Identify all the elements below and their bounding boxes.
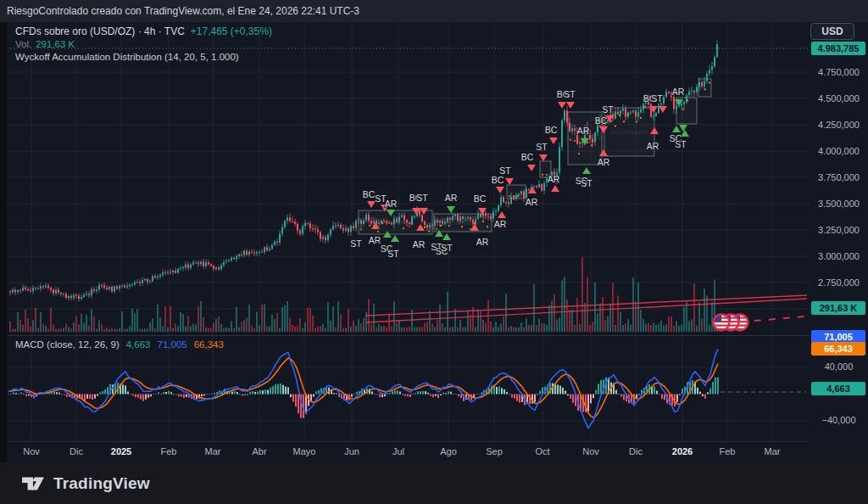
attribution-text: RiesgoControlado creado con TradingView.… <box>7 5 359 17</box>
price-pane-canvas[interactable]: AccumulationAccumulationAccumulationAccu… <box>7 22 810 335</box>
price-change: +17,465 (+0,35%) <box>191 25 272 37</box>
chart-legend: CFDs sobre oro (USD/OZ) · 4h · TVC +17,4… <box>15 25 272 64</box>
time-axis-label: 2025 <box>111 446 131 456</box>
price-axis-label: 3.750,000 <box>810 171 868 183</box>
time-axis-label: Abr <box>252 446 266 456</box>
economic-event-flag-icons <box>714 315 748 331</box>
svg-text:AR: AR <box>413 239 426 249</box>
time-axis-label: Jun <box>344 446 359 456</box>
last-price-badge: 4.983,785 <box>811 42 865 55</box>
chart-widget: AccumulationAccumulationAccumulationAccu… <box>7 22 868 462</box>
volume-label: Vol. <box>15 39 31 49</box>
price-axis-label: 4.000,000 <box>810 145 868 157</box>
time-axis-label: Mar <box>205 446 221 456</box>
time-axis-label: Ago <box>440 446 457 456</box>
time-axis-label: Feb <box>720 446 736 456</box>
svg-text:AR: AR <box>672 87 685 97</box>
indicator-title[interactable]: Wyckoff Accumulation Distribution (14, 2… <box>15 52 239 62</box>
svg-text:ST: ST <box>387 249 399 259</box>
svg-text:AR: AR <box>577 126 590 136</box>
macd-pane <box>7 335 810 441</box>
tradingview-screenshot: RiesgoControlado creado con TradingView.… <box>0 0 868 504</box>
volume-bars <box>9 257 718 332</box>
price-axis-label: 3.000,000 <box>810 250 868 262</box>
svg-text:AR: AR <box>385 199 398 209</box>
svg-text:ST: ST <box>499 165 511 176</box>
svg-text:BC: BC <box>474 193 487 204</box>
svg-text:AR: AR <box>598 157 610 167</box>
time-axis-label: 2026 <box>672 446 693 456</box>
price-axis-label: 3.500,000 <box>810 198 868 210</box>
price-axis-label: 4.500,000 <box>810 92 868 104</box>
svg-text:BC: BC <box>521 152 534 162</box>
svg-text:Accumulation: Accumulation <box>610 128 648 136</box>
brand-bar: TradingView <box>0 462 868 504</box>
svg-text:ST: ST <box>536 142 548 152</box>
svg-text:ST: ST <box>416 193 428 203</box>
price-axis-label: 4.250,000 <box>810 119 868 131</box>
time-axis-label: Oct <box>535 446 549 456</box>
price-axis-label: 3.250,000 <box>810 224 868 236</box>
svg-text:ST: ST <box>581 178 593 188</box>
macd-signal-value: 66,343 <box>194 339 224 350</box>
candlesticks <box>9 40 718 301</box>
macd-hist-value: 4,663 <box>126 339 151 350</box>
tradingview-logo-icon <box>20 473 46 494</box>
currency-toggle-button[interactable]: USD <box>810 23 854 40</box>
price-axis[interactable]: 4.750,0004.500,0004.250,0004.000,0003.75… <box>810 22 868 462</box>
time-axis[interactable]: NovDic2025FebMarAbrMayoJunJulAgoSepOctNo… <box>7 441 868 462</box>
wyckoff-dots <box>360 82 710 233</box>
svg-text:AR: AR <box>548 174 560 184</box>
volume-badge: 291,63 K <box>811 301 865 315</box>
macd-line-value: 71,005 <box>158 339 187 350</box>
macd-axis-label: −40,000 <box>810 414 868 426</box>
volume-value: 291,63 K <box>36 39 75 49</box>
time-axis-label: Mar <box>765 446 781 456</box>
macd-histogram <box>8 378 719 418</box>
svg-text:AR: AR <box>476 237 489 247</box>
time-axis-label: Dic <box>629 446 643 456</box>
price-axis-label: 2.750,000 <box>810 277 868 288</box>
time-axis-label: Feb <box>161 446 177 456</box>
svg-text:AR: AR <box>369 235 381 245</box>
macd-pane-canvas[interactable] <box>7 336 810 441</box>
svg-text:AR: AR <box>445 193 458 203</box>
time-axis-label: Nov <box>582 446 599 456</box>
price-axis-label: 4.750,000 <box>810 66 868 78</box>
svg-text:BC: BC <box>595 115 608 126</box>
svg-text:ST: ST <box>675 139 687 149</box>
attribution-bar: RiesgoControlado creado con TradingView.… <box>0 0 868 22</box>
svg-text:ST: ST <box>651 93 663 104</box>
macd-indicator-title[interactable]: MACD (close, 12, 26, 9) <box>15 339 120 350</box>
time-axis-label: Mayo <box>293 446 316 456</box>
svg-text:AR: AR <box>494 219 507 229</box>
svg-text:AR: AR <box>647 141 659 151</box>
time-axis-label: Sep <box>486 446 503 456</box>
time-axis-label: Dic <box>70 446 83 456</box>
macd-signal-badge: 66,343 <box>811 342 865 356</box>
svg-text:ST: ST <box>441 243 453 253</box>
svg-text:BC: BC <box>545 125 558 135</box>
svg-text:AR: AR <box>526 197 538 207</box>
svg-text:BC: BC <box>363 189 376 199</box>
tradingview-logo-text: TradingView <box>53 474 150 493</box>
symbol-title[interactable]: CFDs sobre oro (USD/OZ) · 4h · TVC <box>15 25 185 37</box>
macd-hist-badge: 4,663 <box>811 382 865 395</box>
time-axis-label: Jul <box>392 446 404 456</box>
time-axis-label: Nov <box>23 446 40 456</box>
tradingview-logo[interactable]: TradingView <box>20 473 150 494</box>
macd-legend: MACD (close, 12, 26, 9) 4,663 71,005 66,… <box>15 339 224 350</box>
svg-text:ST: ST <box>350 238 362 249</box>
svg-text:ST: ST <box>602 104 614 115</box>
svg-text:ST: ST <box>564 89 576 99</box>
macd-axis-label: 40,000 <box>810 361 868 372</box>
svg-text:BC: BC <box>492 175 504 185</box>
